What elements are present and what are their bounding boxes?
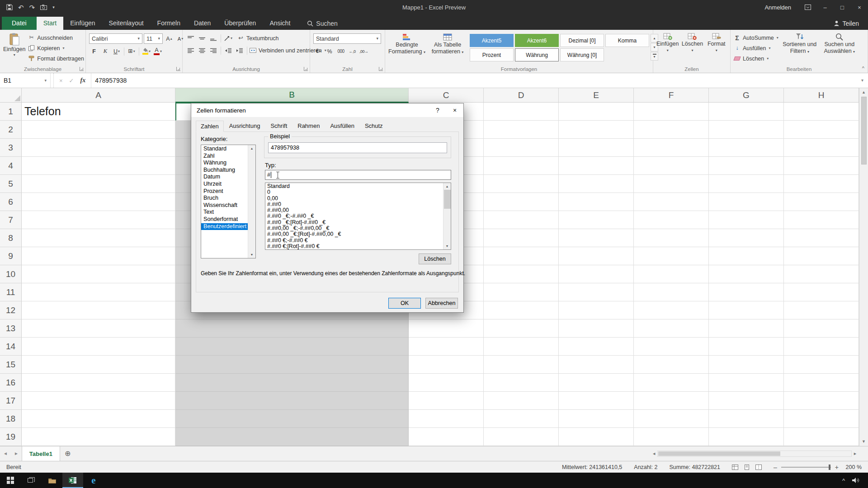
cell-f9[interactable] [634,247,709,265]
cell-d6[interactable] [484,193,559,211]
italic-button[interactable]: K [100,47,110,56]
dialog-close-icon[interactable]: × [446,103,463,117]
cell-f2[interactable] [634,121,709,139]
sign-in-button[interactable]: Anmelden [756,0,799,14]
cell-c16[interactable] [409,374,484,392]
cell-h13[interactable] [784,319,859,338]
dialog-tab-zahlen[interactable]: Zahlen [196,121,224,132]
enter-entry-icon[interactable]: ✓ [69,78,74,84]
undo-icon[interactable]: ↶ [18,4,24,11]
insert-function-icon[interactable]: fx [80,77,86,84]
autosum-button[interactable]: ΣAutoSumme▾ [734,33,778,42]
cell-d7[interactable] [484,211,559,229]
cell-h6[interactable] [784,193,859,211]
ribbon-tab-formeln[interactable]: Formeln [151,17,187,30]
formula-bar-expand-icon[interactable]: ▾ [857,73,868,88]
cell-b18[interactable] [175,410,409,428]
cell-h4[interactable] [784,157,859,175]
cell-d18[interactable] [484,410,559,428]
cell-a12[interactable] [22,301,175,319]
category-wahrung[interactable]: Währung [201,160,248,167]
collapse-ribbon-icon[interactable]: ^ [862,66,864,71]
cell-h9[interactable] [784,247,859,265]
column-header-a[interactable]: A [22,88,175,103]
cell-g10[interactable] [709,265,784,283]
cell-g2[interactable] [709,121,784,139]
column-header-b[interactable]: B [175,88,409,103]
dialog-tab-ausfullen[interactable]: Ausfüllen [325,120,359,131]
sheet-nav-left-icon[interactable]: ◄ [0,451,11,456]
clear-button[interactable]: Löschen▾ [734,54,778,63]
wrap-text-button[interactable]: ↩Textumbruch [237,34,279,42]
cell-h17[interactable] [784,392,859,410]
scroll-right-icon[interactable]: ► [853,452,857,456]
cell-e3[interactable] [559,139,634,157]
row-header-19[interactable]: 19 [0,428,22,446]
volume-icon[interactable] [852,477,860,483]
cell-c18[interactable] [409,410,484,428]
cancel-entry-icon[interactable]: × [59,78,63,84]
alignment-dialog-launcher[interactable] [304,67,308,71]
cell-b19[interactable] [175,428,409,446]
format-scroll-thumb[interactable] [444,190,451,209]
insert-cells-button[interactable]: Einfügen ▾ [656,32,679,53]
file-explorer-icon[interactable] [42,473,62,488]
cell-a4[interactable] [22,157,175,175]
dialog-titlebar[interactable]: Zellen formatieren ? × [191,103,463,117]
cell-g17[interactable] [709,392,784,410]
cell-a1[interactable]: Telefon [22,103,175,121]
cell-f17[interactable] [634,392,709,410]
ribbon-tab-einfugen[interactable]: Einfügen [63,17,102,30]
cell-c15[interactable] [409,356,484,374]
font-color-button[interactable]: A▾ [153,47,163,56]
cell-f11[interactable] [634,283,709,301]
cell-f14[interactable] [634,338,709,356]
style-wahrung-0[interactable]: Währung [0] [560,48,604,61]
cell-c14[interactable] [409,338,484,356]
cell-c17[interactable] [409,392,484,410]
cell-g11[interactable] [709,283,784,301]
find-select-button[interactable]: Suchen und Auswählen ▾ [821,32,858,54]
format-option-5[interactable]: #.##0 _€;-#.##0 _€ [265,213,443,219]
zoom-in-icon[interactable]: + [835,464,839,470]
cell-a9[interactable] [22,247,175,265]
align-top-button[interactable] [186,33,196,43]
row-header-18[interactable]: 18 [0,410,22,428]
ribbon-display-options-icon[interactable] [799,0,816,14]
category-sonderformat[interactable]: Sonderformat [201,216,248,223]
clipboard-dialog-launcher[interactable] [80,67,84,71]
row-header-6[interactable]: 6 [0,193,22,211]
row-header-2[interactable]: 2 [0,121,22,139]
minimize-icon[interactable]: – [816,0,834,14]
cell-b15[interactable] [175,356,409,374]
cell-a3[interactable] [22,139,175,157]
cell-e19[interactable] [559,428,634,446]
cell-h16[interactable] [784,374,859,392]
format-scrollbar[interactable]: ▲ ▼ [443,183,451,249]
ribbon-tab-ansicht[interactable]: Ansicht [263,17,297,30]
qat-customize-icon[interactable]: ▾ [52,5,55,9]
format-option-0[interactable]: Standard [265,183,443,189]
paste-button[interactable]: Einfügen ▾ [3,32,25,57]
ribbon-tab-seitenlayout[interactable]: Seitenlayout [102,17,151,30]
style-dezimal-0[interactable]: Dezimal [0] [560,34,604,47]
cell-g7[interactable] [709,211,784,229]
decrease-indent-button[interactable] [223,46,233,55]
cell-b16[interactable] [175,374,409,392]
cancel-button[interactable]: Abbrechen [425,298,458,309]
cell-h14[interactable] [784,338,859,356]
style-akzent5[interactable]: Akzent5 [470,34,514,47]
camera-icon[interactable] [40,5,47,10]
cell-b14[interactable] [175,338,409,356]
row-header-7[interactable]: 7 [0,211,22,229]
share-button[interactable]: Teilen [834,17,868,30]
row-header-13[interactable]: 13 [0,319,22,338]
cell-h15[interactable] [784,356,859,374]
fill-button[interactable]: ↓Ausfüllen▾ [734,44,778,52]
conditional-formatting-button[interactable]: Bedingte Formatierung ▾ [388,32,425,55]
cell-h8[interactable] [784,229,859,247]
category-scrollbar[interactable]: ▲ ▼ [248,145,255,258]
cell-a13[interactable] [22,319,175,338]
row-header-11[interactable]: 11 [0,283,22,301]
cell-f13[interactable] [634,319,709,338]
